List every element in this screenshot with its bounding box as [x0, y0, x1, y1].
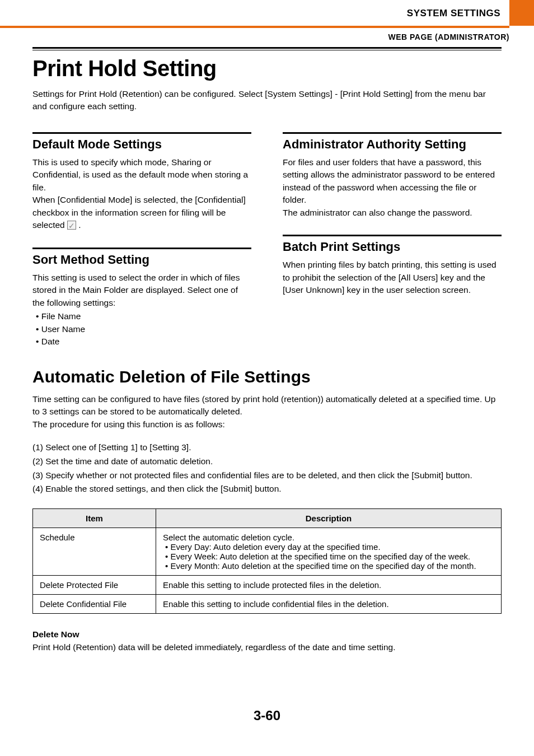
header-bar: SYSTEM SETTINGS [0, 0, 534, 26]
batch-print-p: When printing files by batch printing, t… [283, 259, 502, 296]
default-mode-heading: Default Mode Settings [32, 137, 251, 152]
procedure-step: (4) Enable the stored settings, and then… [32, 482, 502, 496]
auto-deletion-p1: Time setting can be configured to have f… [32, 393, 502, 418]
admin-authority-heading: Administrator Authority Setting [283, 137, 502, 152]
list-item: File Name [36, 310, 251, 323]
subheader: WEB PAGE (ADMINISTRATOR) [0, 28, 534, 47]
cell-description: Enable this setting to include confident… [156, 595, 502, 614]
sort-method-list: File Name User Name Date [36, 310, 251, 348]
checkbox-icon [67, 221, 76, 230]
delete-now-body: Print Hold (Retention) data will be dele… [32, 641, 502, 654]
batch-print-heading: Batch Print Settings [283, 240, 502, 254]
section-rule [32, 132, 251, 134]
page-title: Print Hold Setting [32, 56, 502, 81]
title-rule-thin [32, 50, 502, 50]
cell-item: Delete Confidential File [33, 595, 156, 614]
sort-method-p: This setting is used to select the order… [32, 272, 251, 309]
right-column: Administrator Authority Setting For file… [283, 132, 502, 364]
admin-authority-p1: For files and user folders that have a p… [283, 156, 502, 207]
intro-paragraph: Settings for Print Hold (Retention) can … [32, 88, 502, 113]
delete-now-block: Delete Now Print Hold (Retention) data w… [32, 628, 502, 654]
procedure-step: (1) Select one of [Setting 1] to [Settin… [32, 441, 502, 455]
cell-item: Delete Protected File [33, 576, 156, 595]
section-header: SYSTEM SETTINGS [407, 0, 509, 26]
procedure-list: (1) Select one of [Setting 1] to [Settin… [32, 441, 502, 496]
procedure-step: (3) Specify whether or not protected fil… [32, 469, 502, 483]
table-row: Delete Confidential File Enable this set… [33, 595, 502, 614]
cell-item: Schedule [33, 528, 156, 576]
title-rule-top [32, 47, 502, 49]
header-accent [509, 0, 534, 26]
settings-table: Item Description Schedule Select the aut… [32, 508, 502, 614]
auto-deletion-p2: The procedure for using this function is… [32, 418, 502, 431]
cell-description: Select the automatic deletion cycle. Eve… [156, 528, 502, 576]
list-item: User Name [36, 323, 251, 335]
procedure-step: (2) Set the time and date of automatic d… [32, 455, 502, 469]
sort-method-heading: Sort Method Setting [32, 253, 251, 267]
list-item: Date [36, 335, 251, 348]
auto-deletion-heading: Automatic Deletion of File Settings [32, 367, 502, 386]
table-header-row: Item Description [33, 509, 502, 528]
section-rule [32, 248, 251, 249]
default-mode-p2: When [Confidential Mode] is selected, th… [32, 194, 251, 231]
section-rule [283, 132, 502, 134]
th-item: Item [33, 509, 156, 528]
admin-authority-p2: The administrator can also change the pa… [283, 207, 502, 219]
page-number: 3-60 [0, 708, 534, 724]
cell-bullet: Every Day: Auto deletion every day at th… [165, 542, 494, 552]
default-mode-p2a: When [Confidential Mode] is selected, th… [32, 195, 246, 230]
cell-bullet: Every Month: Auto deletion at the specif… [165, 561, 494, 571]
table-row: Schedule Select the automatic deletion c… [33, 528, 502, 576]
cell-description: Enable this setting to include protected… [156, 576, 502, 595]
table-row: Delete Protected File Enable this settin… [33, 576, 502, 595]
default-mode-p1: This is used to specify which mode, Shar… [32, 156, 251, 194]
section-rule [283, 235, 502, 236]
left-column: Default Mode Settings This is used to sp… [32, 132, 251, 364]
cell-lead: Select the automatic deletion cycle. [163, 533, 494, 542]
delete-now-title: Delete Now [32, 628, 502, 641]
cell-bullet: Every Week: Auto deletion at the specifi… [165, 552, 494, 561]
default-mode-p2b: . [76, 220, 81, 230]
th-description: Description [156, 509, 502, 528]
